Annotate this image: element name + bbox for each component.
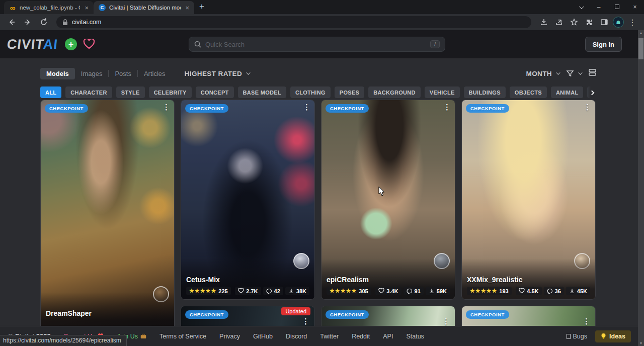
bugs-button[interactable]: Bugs [567,333,588,340]
tab-articles[interactable]: Articles [138,68,172,79]
downloads-pill: 38K [285,287,309,295]
likes-pill: 4.5K [516,287,541,295]
comments-pill: 42 [263,287,283,295]
window-close-button[interactable]: × [626,0,644,14]
footer-link-discord[interactable]: Discord [286,333,307,340]
new-tab-button[interactable]: + [199,2,204,12]
ideas-button[interactable]: Ideas [595,330,631,342]
chevron-down-icon [556,70,560,74]
star-rating-icon: ★★★★★ [189,288,216,294]
model-card-xxmix[interactable]: CHECKPOINT ⋮ XXMix_9realistic ★★★★★ 193 [461,100,596,300]
comment-icon [266,288,272,294]
card-menu-icon[interactable]: ⋮ [443,103,451,112]
tab-posts[interactable]: Posts [109,68,137,79]
footer-link-tos[interactable]: Terms of Service [159,333,206,340]
favorites-heart-icon[interactable] [83,39,95,50]
chevron-right-icon [589,90,594,95]
footer-link-api[interactable]: API [383,333,393,340]
comment-icon [547,288,553,294]
tab-title: Civitai | Stable Diffusion models, [109,5,181,11]
chip-objects[interactable]: OBJECTS [510,86,547,98]
card-menu-icon[interactable]: ⋮ [163,103,170,112]
chip-clothing[interactable]: CLOTHING [290,86,331,98]
chip-background[interactable]: BACKGROUND [368,86,421,98]
status-url-bubble: https://civitai.com/models/25694/epicrea… [0,335,127,346]
scroll-down-icon[interactable]: ▼ [638,341,644,345]
footer-link-reddit[interactable]: Reddit [352,333,370,340]
tab-images[interactable]: Images [75,68,109,79]
card-menu-icon[interactable]: ⋮ [442,317,450,326]
sort-dropdown[interactable]: HIGHEST RATED [185,70,249,77]
window-chevron-icon[interactable] [572,0,590,14]
footer-link-privacy[interactable]: Privacy [219,333,240,340]
comments-count: 91 [415,288,421,294]
forward-icon[interactable] [21,16,34,29]
chip-celebrity[interactable]: CELEBRITY [149,86,192,98]
card-menu-icon[interactable]: ⋮ [583,317,590,326]
downloads-pill: 45K [566,287,590,295]
tab-colab[interactable]: ∞ new_colab_file.ipynb - Colaborat × [4,1,94,14]
share-icon[interactable] [552,16,566,29]
scroll-up-icon[interactable]: ▲ [638,31,644,35]
model-card-cetus-mix[interactable]: CHECKPOINT ⋮ Cetus-Mix ★★★★★ 225 [181,100,315,300]
browser-profile-avatar[interactable]: ☗ [613,17,624,28]
search-input[interactable]: Quick Search / [189,37,445,52]
sign-in-button[interactable]: Sign In [585,37,622,52]
chevron-down-icon [246,70,250,74]
tab-models[interactable]: Models [40,68,75,79]
chip-style[interactable]: STYLE [116,86,145,98]
reload-icon[interactable] [37,16,50,29]
chip-buildings[interactable]: BUILDINGS [464,86,506,98]
window-minimize-button[interactable]: – [590,0,608,14]
tab-civitai[interactable]: C Civitai | Stable Diffusion models, × [94,1,194,14]
footer-link-status[interactable]: Status [406,333,424,340]
tab-close-icon[interactable]: × [84,4,90,12]
footer-link-github[interactable]: GitHub [253,333,273,340]
checkpoint-badge: CHECKPOINT [326,310,369,319]
filter-funnel-icon [566,69,574,77]
browser-menu-icon[interactable]: ⋮ [626,16,639,29]
model-title: Cetus-Mix [186,276,309,284]
browser-toolbar: civitai.com ☗ ⋮ [0,14,644,30]
tab-close-icon[interactable]: × [184,4,190,12]
checkpoint-badge: CHECKPOINT [326,104,369,113]
lightbulb-icon [601,333,606,340]
window-maximize-button[interactable] [608,0,626,14]
create-plus-button[interactable]: + [65,38,77,50]
download-icon[interactable] [537,16,550,29]
bookmark-star-icon[interactable] [568,16,581,29]
content-nav-row: Models Images Posts Articles HIGHEST RAT… [40,67,597,80]
chip-base-model[interactable]: BASE MODEL [238,86,286,98]
footer-link-twitter[interactable]: Twitter [320,333,339,340]
chip-all[interactable]: ALL [40,86,61,98]
back-icon[interactable] [5,16,18,29]
chip-character[interactable]: CHARACTER [65,86,112,98]
card-menu-icon[interactable]: ⋮ [303,103,310,112]
model-title: XXMix_9realistic [467,276,590,284]
chip-vehicle[interactable]: VEHICLE [425,86,460,98]
extensions-puzzle-icon[interactable] [583,16,596,29]
address-bar[interactable]: civitai.com [56,16,531,28]
download-icon [288,288,294,294]
card-menu-icon[interactable]: ⋮ [302,317,309,326]
model-card-epicrealism[interactable]: CHECKPOINT ⋮ epiCRealism ★★★★★ 305 [321,100,455,300]
browser-tabstrip: ∞ new_colab_file.ipynb - Colaborat × C C… [0,0,644,14]
chip-animal[interactable]: ANIMAL [551,86,584,98]
model-card-dreamshaper[interactable]: CHECKPOINT ⋮ DreamShaper [40,100,175,331]
comments-pill: 91 [404,287,424,295]
side-panel-icon[interactable] [598,16,611,29]
layout-toggle-icon[interactable] [588,68,597,78]
chip-concept[interactable]: CONCEPT [196,86,234,98]
page-scrollbar[interactable]: ▲ ▼ [638,30,644,346]
chips-scroll-right-button[interactable] [587,86,597,99]
model-title: epiCRealism [327,276,450,284]
scrollbar-thumb[interactable] [638,38,643,59]
chip-poses[interactable]: POSES [335,86,364,98]
rating-pill: ★★★★★ 225 [186,287,231,295]
civitai-logo[interactable]: CIVITAI [6,37,58,52]
filter-button[interactable] [566,69,581,77]
star-rating-icon: ★★★★★ [470,288,497,294]
period-dropdown[interactable]: MONTH [526,70,559,77]
card-menu-icon[interactable]: ⋮ [584,103,591,112]
mouse-cursor [378,186,386,199]
